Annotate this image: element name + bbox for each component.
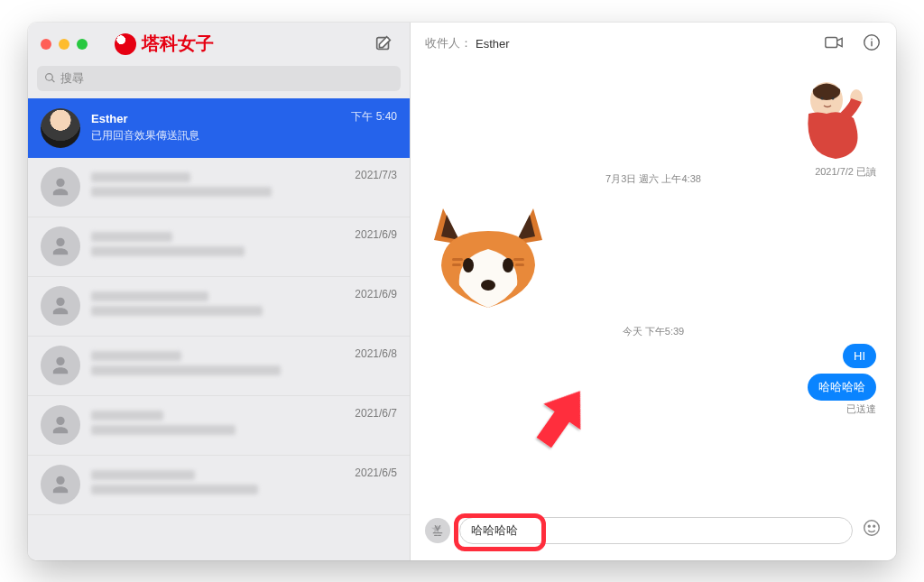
svg-point-8 <box>503 258 513 273</box>
close-window-button[interactable] <box>41 39 51 50</box>
facetime-button[interactable] <box>824 32 844 55</box>
conversation-time: 2021/6/7 <box>355 407 397 420</box>
conversation-item[interactable]: 2021/6/5 <box>28 456 410 515</box>
info-button[interactable] <box>862 32 882 55</box>
delivered-status: 已送達 <box>425 402 882 416</box>
date-separator: 今天 下午5:39 <box>425 325 882 338</box>
svg-rect-10 <box>452 258 463 261</box>
recipient-name: Esther <box>476 37 510 51</box>
date-separator: 7月3日 週六 上午4:38 <box>425 172 882 186</box>
conversation-preview: 已用回音效果傳送訊息 <box>91 128 397 143</box>
emoji-button[interactable] <box>862 518 882 542</box>
brand-text: 塔科女子 <box>142 32 214 56</box>
conversation-time: 2021/6/9 <box>355 228 397 241</box>
chat-panel: 收件人： Esther <box>411 23 896 560</box>
conversation-item[interactable]: 2021/6/9 <box>28 217 410 277</box>
avatar <box>41 465 80 504</box>
fullscreen-window-button[interactable] <box>77 39 88 50</box>
svg-point-6 <box>832 97 835 99</box>
conversation-time: 下午 5:40 <box>351 109 397 125</box>
messages-window: 塔科女子 搜尋 Esther 已用回音效果傳送訊息 <box>28 23 896 560</box>
conversation-time: 2021/6/5 <box>355 467 397 479</box>
avatar <box>41 405 80 445</box>
minimize-window-button[interactable] <box>59 39 69 50</box>
titlebar: 塔科女子 <box>28 23 410 66</box>
conversation-time: 2021/7/3 <box>355 169 397 181</box>
sidebar: 塔科女子 搜尋 Esther 已用回音效果傳送訊息 <box>28 23 411 560</box>
conversation-list[interactable]: Esther 已用回音效果傳送訊息 下午 5:40 2021/7/3 2021/… <box>28 98 410 560</box>
svg-point-7 <box>463 258 474 273</box>
sent-message[interactable]: 哈哈哈哈 <box>808 374 876 401</box>
conversation-item-esther[interactable]: Esther 已用回音效果傳送訊息 下午 5:40 <box>28 98 410 158</box>
conversation-time: 2021/6/8 <box>355 347 397 360</box>
svg-rect-1 <box>826 37 837 47</box>
avatar <box>41 286 80 326</box>
memoji-sticker <box>786 73 876 167</box>
branding: 塔科女子 <box>115 32 214 56</box>
read-timestamp: 2021/7/2 已讀 <box>815 165 876 179</box>
avatar <box>41 108 80 148</box>
conversation-item[interactable]: 2021/6/7 <box>28 396 410 456</box>
svg-point-14 <box>864 521 880 536</box>
svg-rect-11 <box>452 263 461 266</box>
message-input[interactable]: 哈哈哈哈 <box>459 517 853 544</box>
search-icon <box>44 72 56 84</box>
svg-point-16 <box>873 525 875 527</box>
composer: 哈哈哈哈 <box>411 506 896 560</box>
svg-point-15 <box>868 525 870 527</box>
conversation-item[interactable]: 2021/7/3 <box>28 158 410 217</box>
sent-message[interactable]: HI <box>843 344 876 368</box>
conversation-item[interactable]: 2021/6/9 <box>28 277 410 337</box>
svg-point-9 <box>481 280 495 291</box>
search-input[interactable]: 搜尋 <box>37 66 401 91</box>
svg-point-5 <box>821 97 824 99</box>
search-placeholder: 搜尋 <box>60 70 84 87</box>
recipient-label: 收件人： <box>425 35 472 51</box>
conversation-item[interactable]: 2021/6/8 <box>28 337 410 396</box>
avatar <box>41 346 80 385</box>
conversation-time: 2021/6/9 <box>355 288 397 300</box>
message-input-text: 哈哈哈哈 <box>471 522 518 539</box>
window-controls <box>41 39 88 50</box>
fox-sticker <box>425 195 551 312</box>
svg-rect-12 <box>513 258 524 261</box>
avatar <box>41 226 80 266</box>
chat-header: 收件人： Esther <box>411 23 896 66</box>
compose-button[interactable] <box>374 34 393 54</box>
svg-rect-13 <box>515 263 524 266</box>
brand-icon <box>115 33 136 55</box>
apps-button[interactable] <box>425 518 450 543</box>
message-thread[interactable]: 2021/7/2 已讀 7月3日 週六 上午4:38 今天 下午5:39 <box>411 66 896 506</box>
avatar <box>41 167 80 207</box>
